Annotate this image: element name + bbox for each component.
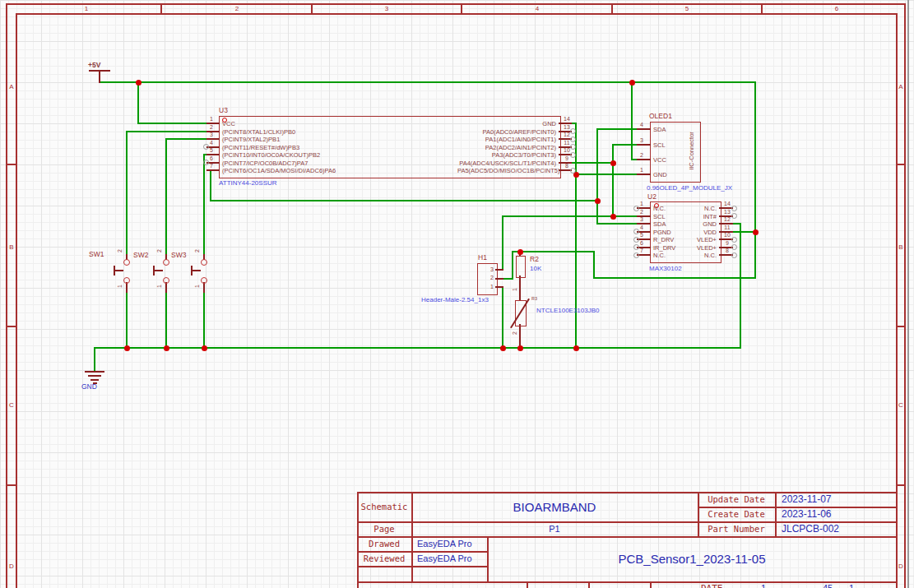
wire-segment[interactable]: [612, 144, 638, 146]
junction-dot: [164, 345, 169, 351]
wire-segment[interactable]: [126, 131, 208, 132]
pin-number: 5: [206, 147, 217, 154]
wire-segment[interactable]: [94, 347, 741, 349]
wire-segment[interactable]: [596, 128, 638, 130]
schematic-title: BIOARMBAND: [411, 492, 698, 521]
frame-zone-letter: A: [898, 83, 904, 90]
wire-segment[interactable]: [502, 215, 503, 271]
frame-zone-letter: B: [7, 243, 16, 251]
pin-name: PA1(ADC1/AIN0/PCINT1): [457, 136, 556, 143]
pin-stub: [637, 144, 651, 146]
switch-contact[interactable]: [163, 277, 169, 284]
pin-name: (PCINT8/XTAL1/CLKI)PB0: [222, 128, 295, 136]
pin-number: 2: [194, 247, 201, 255]
partial-value-2: 45: [823, 583, 833, 588]
pin-number: 12: [721, 216, 733, 223]
part-name-label: 0.96OLED_4P_MODULE_JX: [647, 184, 732, 192]
sheet-border-line: [896, 484, 906, 486]
pin-name: VCC: [653, 156, 666, 164]
update-date-value: 2023-11-07: [782, 492, 897, 507]
wire-segment[interactable]: [512, 251, 513, 280]
junction-dot: [202, 345, 207, 351]
wire-segment[interactable]: [126, 131, 128, 256]
wire-segment[interactable]: [575, 174, 638, 175]
pin-stub: [495, 286, 503, 288]
reference-designator: H1: [478, 254, 487, 262]
junction-dot: [517, 249, 523, 255]
switch-actuator[interactable]: [191, 270, 201, 271]
pin-name: PA5(ADC5/DO/MISO/OC1B/PCINT5): [457, 167, 556, 174]
pin-name: PA4(ADC4/USCK/SCL/T1/PCINT4): [457, 160, 556, 167]
switch-contact[interactable]: [123, 259, 130, 266]
wire-segment[interactable]: [502, 278, 513, 280]
wire-segment[interactable]: [203, 154, 205, 256]
pin-stub: [637, 159, 651, 160]
wire-segment[interactable]: [137, 123, 208, 124]
title-block-line: [588, 581, 590, 588]
wire-segment[interactable]: [631, 81, 633, 160]
gnd-symbol-stem[interactable]: [94, 347, 95, 373]
frame-zone-number: 2: [230, 5, 244, 12]
wire-segment[interactable]: [165, 291, 167, 349]
wire-segment[interactable]: [210, 200, 598, 201]
switch-contact[interactable]: [163, 259, 169, 266]
switch-actuator[interactable]: [114, 270, 123, 271]
pin-name: PA0(ADC0/AREF/PCINT0): [457, 128, 556, 136]
create-date-label: Create Date: [698, 507, 775, 521]
wire-segment[interactable]: [137, 81, 139, 124]
pin-number: 3: [636, 137, 647, 144]
pin-number: 2: [156, 247, 163, 255]
wire-segment[interactable]: [740, 223, 741, 349]
reference-designator: U3: [219, 107, 228, 114]
wire-segment[interactable]: [754, 81, 756, 279]
pin-stub: [495, 269, 503, 271]
ic-function-label: IIC-Connector: [688, 118, 695, 184]
pin-number: 1: [206, 116, 217, 123]
frame-zone-number: 5: [680, 5, 694, 12]
pin-name: (PCINT7/ICP/OC0B/ADC7)PA7: [222, 160, 308, 167]
switch-actuator[interactable]: [153, 270, 163, 271]
pin-number: 2: [206, 124, 217, 131]
no-connect-dot: [731, 252, 737, 258]
pin-number: 2: [512, 329, 518, 337]
wire-segment[interactable]: [165, 138, 208, 140]
pin-name: VLED+: [618, 236, 717, 243]
switch-contact[interactable]: [201, 277, 207, 284]
switch-contact[interactable]: [123, 277, 130, 284]
pin-stub: [206, 169, 220, 171]
wire-segment[interactable]: [596, 128, 598, 225]
part-name-label: ATTINY44-20SSUR: [219, 179, 277, 187]
vcc-symbol-stem: [99, 70, 100, 83]
page-label: Page: [357, 521, 411, 536]
title-block-line: [775, 492, 777, 536]
schematic-canvas[interactable]: Schematic BIOARMBAND Update Date 2023-11…: [0, 0, 914, 588]
wire-segment[interactable]: [593, 277, 756, 279]
wire-segment[interactable]: [203, 291, 205, 349]
switch-contact[interactable]: [201, 259, 207, 266]
component-R2[interactable]: [516, 256, 526, 278]
pin-name: (PCINT11/RESET#/dW)PB3: [222, 144, 299, 151]
drawed-label: Drawed: [357, 536, 411, 551]
wire-segment[interactable]: [612, 144, 614, 217]
pin-number: 4: [636, 122, 647, 128]
wire-segment[interactable]: [571, 162, 614, 164]
sheet-border-line: [904, 3, 906, 588]
sheet-border-line: [6, 3, 7, 588]
pin-name: SCL: [653, 141, 666, 149]
partial-date-label: DATE: [701, 583, 723, 588]
wire-segment[interactable]: [100, 81, 756, 83]
pin-name: PA3(ADC3/T0/PCINT3): [457, 151, 556, 159]
title-block-line: [357, 566, 487, 567]
wire-segment[interactable]: [512, 251, 595, 252]
sheet-border-line: [16, 13, 17, 588]
reference-designator: SW1: [89, 251, 104, 258]
wire-segment[interactable]: [126, 291, 128, 349]
wire-segment[interactable]: [593, 251, 595, 279]
gnd-symbol-bar: [85, 371, 104, 373]
wire-segment[interactable]: [502, 286, 503, 349]
frame-zone-number: 4: [531, 5, 544, 12]
wire-segment[interactable]: [165, 138, 167, 256]
drawed-value: EasyEDA Pro: [417, 536, 487, 551]
wire-segment[interactable]: [210, 169, 211, 201]
reference-designator: U2: [647, 193, 657, 201]
